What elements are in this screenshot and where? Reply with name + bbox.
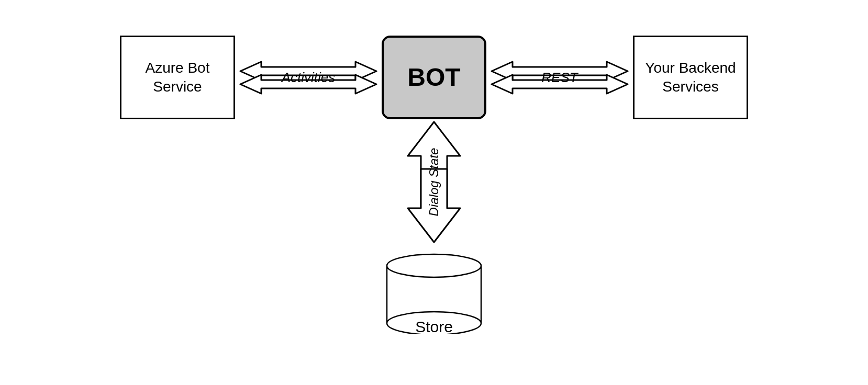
azure-bot-service-box: Azure Bot Service <box>120 36 235 119</box>
svg-marker-3 <box>492 75 628 94</box>
azure-bot-service-label: Azure Bot Service <box>121 59 233 97</box>
svg-marker-1 <box>240 75 376 94</box>
store-container: Store <box>382 250 486 336</box>
svg-point-10 <box>387 254 481 277</box>
bot-box: BOT <box>382 36 486 119</box>
diagram-container: Azure Bot Service Activities BOT R <box>68 15 800 370</box>
store-label: Store <box>415 318 453 336</box>
dialog-state-arrow: Dialog State <box>397 119 471 245</box>
backend-services-label: Your Backend Services <box>635 59 747 97</box>
backend-services-box: Your Backend Services <box>633 36 748 119</box>
vertical-section: Dialog State Store <box>382 119 486 336</box>
activities-arrow: Activities <box>235 56 382 98</box>
top-row: Azure Bot Service Activities BOT R <box>68 36 800 119</box>
rest-arrow: REST <box>486 56 633 98</box>
dialog-state-label: Dialog State <box>427 148 441 217</box>
bot-label: BOT <box>407 61 460 94</box>
